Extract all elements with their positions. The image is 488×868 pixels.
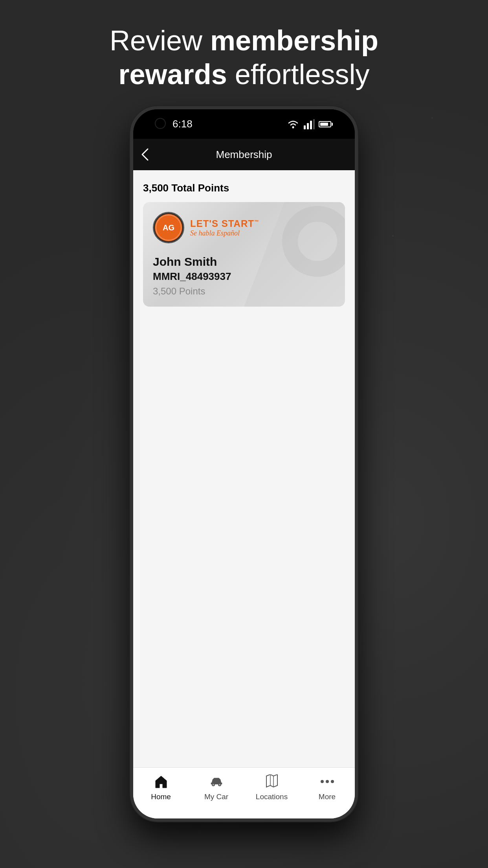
logo-inner: AG	[155, 214, 182, 241]
member-name: John Smith	[153, 255, 335, 268]
svg-point-0	[292, 126, 294, 128]
nav-locations[interactable]: Locations	[244, 774, 299, 801]
total-points-label: 3,500 Total Points	[143, 182, 345, 194]
svg-point-11	[321, 780, 324, 783]
map-icon	[264, 774, 280, 789]
svg-point-8	[219, 784, 220, 785]
app-screen: Membership 3,500 Total Points AG	[133, 139, 355, 818]
home-icon	[153, 774, 169, 789]
camera-hole	[155, 118, 166, 129]
nav-home-label: Home	[151, 793, 171, 801]
brand-text: LET'S START™ Se habla Español	[190, 218, 259, 237]
app-header: Membership	[133, 139, 355, 170]
svg-point-7	[213, 784, 214, 785]
svg-point-13	[331, 780, 334, 783]
svg-rect-3	[310, 121, 312, 129]
member-id: MMRI_48493937	[153, 270, 335, 283]
svg-rect-2	[307, 123, 309, 129]
status-bar: 6:18	[133, 109, 355, 139]
hero-section: Review membershiprewards effortlessly	[0, 24, 488, 92]
more-icon	[319, 774, 335, 789]
brand-logo: AG	[153, 212, 184, 243]
content-area: 3,500 Total Points AG LET'S ST	[133, 170, 355, 767]
signal-icon	[304, 119, 315, 129]
nav-locations-label: Locations	[256, 793, 288, 801]
car-icon	[209, 774, 224, 789]
card-header: AG LET'S START™ Se habla Español	[153, 212, 335, 243]
phone-frame: 6:18	[130, 106, 358, 822]
page-title: Membership	[216, 149, 272, 161]
side-button	[356, 247, 358, 278]
nav-more-label: More	[319, 793, 336, 801]
card-info: John Smith MMRI_48493937 3,500 Points	[153, 255, 335, 297]
svg-rect-1	[304, 125, 306, 129]
status-time: 6:18	[172, 118, 193, 130]
nav-mycar[interactable]: My Car	[189, 774, 244, 801]
membership-card[interactable]: AG LET'S START™ Se habla Español John Sm…	[143, 202, 345, 307]
nav-mycar-label: My Car	[204, 793, 228, 801]
battery-fill	[320, 123, 328, 126]
member-points: 3,500 Points	[153, 286, 335, 297]
hero-heading: Review membershiprewards effortlessly	[24, 24, 464, 92]
brand-name: LET'S START™	[190, 218, 259, 229]
brand-tagline: Se habla Español	[190, 229, 259, 237]
bottom-nav: Home My Car	[133, 767, 355, 818]
battery-icon	[319, 121, 331, 127]
logo-letters: AG	[163, 223, 174, 232]
nav-more[interactable]: More	[299, 774, 355, 801]
wifi-icon	[286, 119, 300, 129]
status-icons	[286, 119, 331, 129]
svg-rect-4	[313, 119, 315, 129]
back-button[interactable]	[141, 148, 161, 161]
nav-home[interactable]: Home	[133, 774, 189, 801]
svg-point-12	[326, 780, 329, 783]
